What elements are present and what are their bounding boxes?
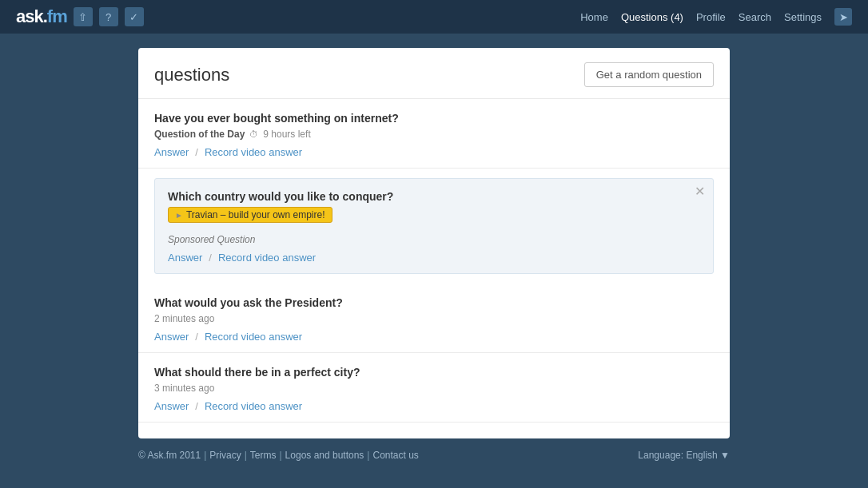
logout-icon[interactable]: ➤ (834, 8, 852, 26)
footer: © Ask.fm 2011 | Privacy | Terms | Logos … (138, 438, 730, 472)
footer-link-contact[interactable]: Contact us (372, 450, 418, 461)
footer-sep: | (367, 450, 369, 461)
question-time: 3 minutes ago (154, 383, 214, 394)
question-time: 9 hours left (263, 129, 310, 140)
question-text: What should there be in a perfect city? (154, 366, 714, 379)
logo[interactable]: ask.fm (16, 6, 67, 27)
sponsored-question-text: Which country would you like to conquer? (168, 190, 700, 203)
close-sponsored-button[interactable]: ✕ (695, 185, 705, 198)
sponsored-question-item: ✕ Which country would you like to conque… (154, 178, 714, 274)
language-selector[interactable]: Language: English ▼ (638, 450, 730, 461)
footer-links: © Ask.fm 2011 | Privacy | Terms | Logos … (138, 450, 419, 461)
question-actions: Answer / Record video answer (154, 331, 714, 343)
question-actions: Answer / Record video answer (154, 146, 714, 158)
action-separator: / (195, 331, 198, 343)
footer-link-privacy[interactable]: Privacy (209, 450, 241, 461)
question-meta: 2 minutes ago (154, 313, 714, 324)
language-value[interactable]: English ▼ (686, 450, 730, 461)
sponsored-question-actions: Answer / Record video answer (168, 252, 700, 264)
answer-link[interactable]: Answer (154, 400, 189, 412)
main-content: questions Get a random question Have you… (138, 48, 730, 438)
sponsored-answer-link[interactable]: Answer (168, 252, 202, 264)
question-item: What should there be in a perfect city? … (138, 353, 730, 423)
header-left: ask.fm ⇧ ? ✓ (16, 6, 144, 27)
question-actions: Answer / Record video answer (154, 400, 714, 412)
nav-settings[interactable]: Settings (784, 11, 822, 23)
sponsored-record-video-link[interactable]: Record video answer (218, 252, 316, 264)
random-question-button[interactable]: Get a random question (584, 62, 714, 87)
footer-copyright: © Ask.fm 2011 (138, 450, 201, 461)
page-title: questions (154, 65, 229, 85)
question-meta: Question of the Day ⏱ 9 hours left (154, 129, 714, 140)
share-icon[interactable]: ⇧ (74, 7, 93, 26)
header-nav: Home Questions (4) Profile Search Settin… (580, 8, 852, 26)
footer-sep: | (279, 450, 281, 461)
answer-link[interactable]: Answer (154, 146, 189, 158)
action-separator: / (195, 400, 198, 412)
sponsored-label: Sponsored Question (168, 234, 700, 245)
clock-icon: ⏱ (249, 129, 258, 139)
action-separator: / (209, 252, 212, 264)
page-header: questions Get a random question (138, 48, 730, 99)
bookmark-icon[interactable]: ✓ (125, 7, 144, 26)
ad-arrow-icon: ► (175, 211, 183, 220)
ad-text: Travian – build your own empire! (186, 209, 325, 220)
record-video-link[interactable]: Record video answer (205, 400, 302, 412)
question-text: Have you ever bought something on intern… (154, 112, 714, 125)
question-item: What would you ask the President? 2 minu… (138, 284, 730, 353)
nav-home[interactable]: Home (580, 11, 608, 23)
answer-link[interactable]: Answer (154, 331, 189, 343)
help-icon[interactable]: ? (99, 7, 118, 26)
nav-profile[interactable]: Profile (696, 11, 726, 23)
qotd-label: Question of the Day (154, 129, 245, 140)
footer-link-terms[interactable]: Terms (250, 450, 277, 461)
footer-sep: | (204, 450, 206, 461)
record-video-link[interactable]: Record video answer (205, 331, 302, 343)
sponsored-ad-badge[interactable]: ► Travian – build your own empire! (168, 207, 332, 223)
footer-sep: | (245, 450, 247, 461)
question-time: 2 minutes ago (154, 313, 214, 324)
action-separator: / (195, 146, 198, 158)
nav-questions[interactable]: Questions (4) (621, 11, 683, 23)
language-label: Language: (638, 450, 683, 461)
question-meta: 3 minutes ago (154, 383, 714, 394)
question-text: What would you ask the President? (154, 296, 714, 309)
nav-search[interactable]: Search (739, 11, 771, 23)
record-video-link[interactable]: Record video answer (205, 146, 302, 158)
question-item: Have you ever bought something on intern… (138, 99, 730, 169)
sponsored-wrapper: ✕ Which country would you like to conque… (138, 169, 730, 284)
footer-link-logos[interactable]: Logos and buttons (285, 450, 364, 461)
header: ask.fm ⇧ ? ✓ Home Questions (4) Profile … (0, 0, 868, 34)
